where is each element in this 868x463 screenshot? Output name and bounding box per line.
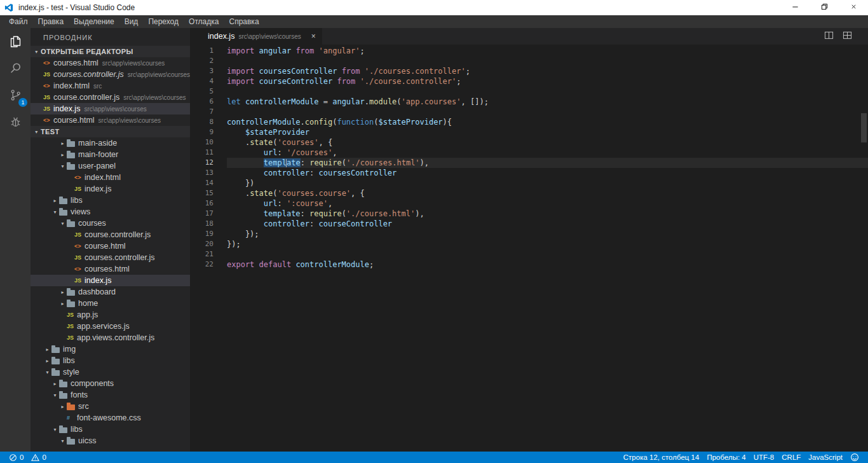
line-number[interactable]: 17: [190, 209, 214, 219]
tree-item-courses[interactable]: ▾courses: [31, 218, 190, 229]
tree-item-components[interactable]: ▸components: [31, 378, 190, 389]
tree-item-libs[interactable]: ▸libs: [31, 355, 190, 366]
menu-item-5[interactable]: Отладка: [184, 15, 224, 28]
code-line[interactable]: 16 url: ':course',: [190, 198, 868, 209]
status-feedback[interactable]: [846, 453, 863, 462]
line-number[interactable]: 15: [190, 188, 214, 198]
line-number[interactable]: 1: [190, 46, 214, 56]
line-number[interactable]: 19: [190, 229, 214, 239]
line-number[interactable]: 22: [190, 259, 214, 270]
code-line[interactable]: 3import coursesController from './course…: [190, 66, 868, 76]
code-line[interactable]: 15 .state('courses.course', {: [190, 188, 868, 198]
tree-item-course-html[interactable]: <>course.html: [31, 240, 190, 252]
code-line[interactable]: 2: [190, 56, 868, 66]
tree-item-app-views-controller-js[interactable]: JSapp.views.controller.js: [31, 332, 190, 343]
open-editor-courses-html[interactable]: <>courses.htmlsrc\app\views\courses: [31, 57, 190, 69]
toggle-layout-button[interactable]: [838, 31, 857, 43]
code-line[interactable]: 18 controller: courseController: [190, 219, 868, 229]
line-number[interactable]: 21: [190, 249, 214, 259]
code-line[interactable]: 14 }): [190, 178, 868, 188]
line-number[interactable]: 14: [190, 178, 214, 188]
tab-index-js[interactable]: index.js src\app\views\courses ×: [190, 28, 322, 45]
open-editor-course-html[interactable]: <>course.htmlsrc\app\views\courses: [31, 114, 190, 126]
tree-item-app-js[interactable]: JSapp.js: [31, 309, 190, 321]
menu-item-2[interactable]: Выделение: [69, 15, 119, 28]
status-language[interactable]: JavaScript: [804, 453, 846, 461]
open-editor-index-html[interactable]: <>index.htmlsrc: [31, 80, 190, 92]
close-tab-icon[interactable]: ×: [311, 32, 316, 41]
line-number[interactable]: 12: [190, 158, 214, 168]
tree-item-src[interactable]: ▸src: [31, 401, 190, 412]
code-line[interactable]: 4import courseController from './course.…: [190, 76, 868, 86]
open-editors-header[interactable]: ▾ ОТКРЫТЫЕ РЕДАКТОРЫ: [31, 46, 190, 57]
code-line[interactable]: 20});: [190, 239, 868, 249]
line-number[interactable]: 11: [190, 148, 214, 158]
activity-debug-button[interactable]: [0, 109, 31, 136]
split-editor-button[interactable]: [820, 31, 838, 43]
folder-section-header[interactable]: ▾ TEST: [31, 126, 190, 137]
scrollbar-thumb[interactable]: [861, 113, 867, 142]
code-line[interactable]: 7: [190, 107, 868, 117]
close-button[interactable]: [839, 0, 868, 15]
open-editor-course-controller-js[interactable]: JScourse.controller.jssrc\app\views\cour…: [31, 92, 190, 103]
line-number[interactable]: 6: [190, 97, 214, 107]
code-line[interactable]: 1import angular from 'angular';: [190, 46, 868, 56]
code-line[interactable]: 13 controller: coursesController: [190, 168, 868, 178]
minimize-button[interactable]: [780, 0, 810, 15]
line-number[interactable]: 3: [190, 66, 214, 76]
tree-item-index-js[interactable]: JSindex.js: [31, 275, 190, 286]
menu-item-3[interactable]: Вид: [119, 15, 144, 28]
line-number[interactable]: 18: [190, 219, 214, 229]
activity-explorer-button[interactable]: [0, 29, 31, 56]
line-number[interactable]: 5: [190, 86, 214, 97]
status-indentation[interactable]: Пробелы: 4: [703, 453, 749, 461]
line-number[interactable]: 4: [190, 76, 214, 86]
line-number[interactable]: 9: [190, 127, 214, 137]
line-number[interactable]: 20: [190, 239, 214, 249]
tree-item-uicss[interactable]: ▾uicss: [31, 435, 190, 446]
tree-item-home[interactable]: ▸home: [31, 298, 190, 309]
status-errors[interactable]: 0: [5, 453, 27, 462]
line-number[interactable]: 7: [190, 107, 214, 117]
code-line[interactable]: 8controllerModule.config(function($state…: [190, 117, 868, 127]
code-line[interactable]: 21: [190, 249, 868, 259]
tree-item-index-html[interactable]: <>index.html: [31, 172, 190, 183]
line-number[interactable]: 10: [190, 137, 214, 148]
line-number[interactable]: 13: [190, 168, 214, 178]
code-line[interactable]: 6let controllerModule = angular.module('…: [190, 97, 868, 107]
code-line[interactable]: 5: [190, 86, 868, 97]
menu-item-1[interactable]: Правка: [33, 15, 69, 28]
tree-item-course-controller-js[interactable]: JScourse.controller.js: [31, 229, 190, 240]
code-line[interactable]: 10 .state('courses', {: [190, 137, 868, 148]
code-line[interactable]: 22export default controllerModule;: [190, 259, 868, 270]
tree-item-courses-controller-js[interactable]: JScourses.controller.js: [31, 252, 190, 263]
status-warnings[interactable]: 0: [27, 453, 50, 462]
tree-item-font-awesome-css[interactable]: #font-awesome.css: [31, 412, 190, 424]
code-line[interactable]: 12 template: require('./courses.html'),: [190, 158, 868, 168]
line-number[interactable]: 2: [190, 56, 214, 66]
maximize-restore-button[interactable]: [810, 0, 839, 15]
status-cursor-position[interactable]: Строка 12, столбец 14: [620, 453, 703, 461]
tree-item-style[interactable]: ▾style: [31, 366, 190, 378]
menu-item-4[interactable]: Переход: [143, 15, 184, 28]
close-editor-button[interactable]: [857, 31, 865, 42]
open-editor-index-js[interactable]: JSindex.jssrc\app\views\courses: [31, 103, 190, 114]
menu-item-6[interactable]: Справка: [224, 15, 264, 28]
tree-item-dashboard[interactable]: ▸dashboard: [31, 286, 190, 298]
code-line[interactable]: 19 });: [190, 229, 868, 239]
tree-item-fonts[interactable]: ▾fonts: [31, 389, 190, 401]
tree-item-libs[interactable]: ▸libs: [31, 195, 190, 206]
line-number[interactable]: 8: [190, 117, 214, 127]
status-eol[interactable]: CRLF: [778, 453, 804, 461]
tree-item-main-aside[interactable]: ▸main-aside: [31, 137, 190, 149]
activity-source-control-button[interactable]: 1: [0, 83, 31, 109]
tree-item-index-js[interactable]: JSindex.js: [31, 183, 190, 195]
open-editor-courses-controller-js[interactable]: JScourses.controller.jssrc\app\views\cou…: [31, 69, 190, 80]
line-number[interactable]: 16: [190, 198, 214, 209]
activity-search-button[interactable]: [0, 56, 31, 83]
code-editor[interactable]: 1import angular from 'angular';23import …: [190, 45, 868, 452]
tree-item-user-panel[interactable]: ▾user-panel: [31, 160, 190, 172]
code-line[interactable]: 9 $stateProvider: [190, 127, 868, 137]
status-encoding[interactable]: UTF-8: [750, 453, 778, 461]
menu-item-0[interactable]: Файл: [4, 15, 33, 28]
